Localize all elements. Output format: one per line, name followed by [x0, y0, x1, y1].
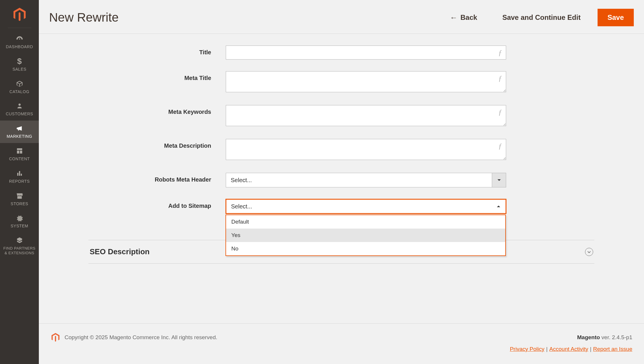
row-meta-keywords: Meta Keywords ƒ [88, 105, 594, 127]
option-default[interactable]: Default [226, 215, 505, 229]
version-text: Magento ver. 2.4.5-p1 [577, 334, 632, 341]
select-placeholder: Select... [226, 203, 492, 210]
gauge-icon [15, 34, 24, 43]
nav-dashboard[interactable]: DASHBOARD [0, 31, 39, 53]
separator: | [546, 346, 548, 352]
copyright-text: Copyright © 2025 Magento Commerce Inc. A… [65, 334, 577, 341]
robots-select[interactable]: Select... [226, 173, 506, 187]
arrow-left-icon: ← [450, 13, 458, 22]
label-meta-title: Meta Title [88, 71, 226, 81]
nav-label: REPORTS [9, 179, 30, 184]
label-meta-keywords: Meta Keywords [88, 105, 226, 115]
nav-sales[interactable]: $ SALES [0, 53, 39, 76]
svg-rect-3 [21, 174, 22, 176]
sitemap-dropdown: Default Yes No [225, 215, 506, 256]
select-placeholder: Select... [226, 177, 492, 184]
label-sitemap: Add to Sitemap [88, 199, 226, 209]
report-issue-link[interactable]: Report an Issue [593, 346, 632, 352]
label-robots: Robots Meta Header [88, 173, 226, 183]
chevron-down-icon [492, 173, 506, 187]
back-label: Back [461, 13, 477, 22]
row-robots: Robots Meta Header Select... [88, 173, 594, 187]
nav-content[interactable]: CONTENT [0, 143, 39, 166]
label-meta-description: Meta Description [88, 139, 226, 149]
divider [8, 28, 31, 28]
page-header: New Rewrite ← Back Save and Continue Edi… [39, 0, 644, 34]
option-no[interactable]: No [226, 242, 505, 255]
main-area: New Rewrite ← Back Save and Continue Edi… [39, 0, 644, 364]
svg-point-0 [18, 104, 20, 106]
bars-icon [15, 169, 24, 178]
row-sitemap: Add to Sitemap Select... Default Yes No [88, 199, 594, 214]
magento-logo-small [51, 332, 60, 342]
nav-find-partners[interactable]: FIND PARTNERS & EXTENSIONS [0, 233, 39, 259]
save-and-continue-button[interactable]: Save and Continue Edit [494, 9, 589, 26]
sitemap-select[interactable]: Select... [226, 199, 506, 214]
meta-title-input[interactable] [226, 71, 506, 92]
page-title: New Rewrite [49, 11, 442, 25]
megaphone-icon [15, 124, 24, 133]
nav-label: SALES [13, 67, 27, 72]
meta-keywords-input[interactable] [226, 105, 506, 126]
row-meta-description: Meta Description ƒ [88, 139, 594, 161]
layout-icon [15, 147, 24, 155]
admin-sidebar: DASHBOARD $ SALES CATALOG CUSTOMERS MARK… [0, 0, 39, 364]
box-icon [15, 79, 24, 88]
separator: | [590, 346, 591, 352]
nav-label: SYSTEM [11, 224, 28, 229]
nav-label: DASHBOARD [6, 44, 33, 49]
store-icon [15, 191, 24, 200]
save-button[interactable]: Save [598, 9, 634, 26]
person-icon [15, 102, 24, 110]
gear-icon [15, 214, 24, 222]
label-title: Title [88, 46, 226, 56]
magento-logo[interactable] [11, 6, 28, 23]
row-title: Title ƒ [88, 46, 594, 60]
meta-description-input[interactable] [226, 139, 506, 160]
title-input[interactable] [226, 46, 506, 60]
account-activity-link[interactable]: Account Activity [549, 346, 588, 352]
nav-stores[interactable]: STORES [0, 188, 39, 210]
chevron-up-icon [492, 200, 506, 213]
page-footer: Copyright © 2025 Magento Commerce Inc. A… [39, 323, 644, 364]
form-area: Title ƒ Meta Title ƒ Meta Keywords ƒ Met… [39, 34, 644, 323]
option-yes[interactable]: Yes [226, 229, 505, 242]
nav-label: FIND PARTNERS & EXTENSIONS [3, 246, 35, 255]
nav-label: MARKETING [7, 134, 32, 139]
privacy-policy-link[interactable]: Privacy Policy [510, 346, 544, 352]
nav-reports[interactable]: REPORTS [0, 166, 39, 188]
expand-toggle[interactable] [585, 248, 593, 256]
nav-marketing[interactable]: MARKETING [0, 121, 39, 143]
nav-label: STORES [11, 201, 28, 206]
svg-rect-2 [19, 171, 20, 176]
nav-customers[interactable]: CUSTOMERS [0, 98, 39, 121]
nav-system[interactable]: SYSTEM [0, 210, 39, 233]
row-meta-title: Meta Title ƒ [88, 71, 594, 93]
nav-label: CATALOG [9, 89, 29, 94]
nav-catalog[interactable]: CATALOG [0, 76, 39, 98]
svg-rect-1 [17, 173, 18, 176]
partners-icon [15, 236, 24, 245]
nav-label: CUSTOMERS [6, 112, 33, 116]
nav-label: CONTENT [9, 156, 30, 161]
back-button[interactable]: ← Back [442, 9, 485, 26]
dollar-icon: $ [15, 57, 24, 66]
